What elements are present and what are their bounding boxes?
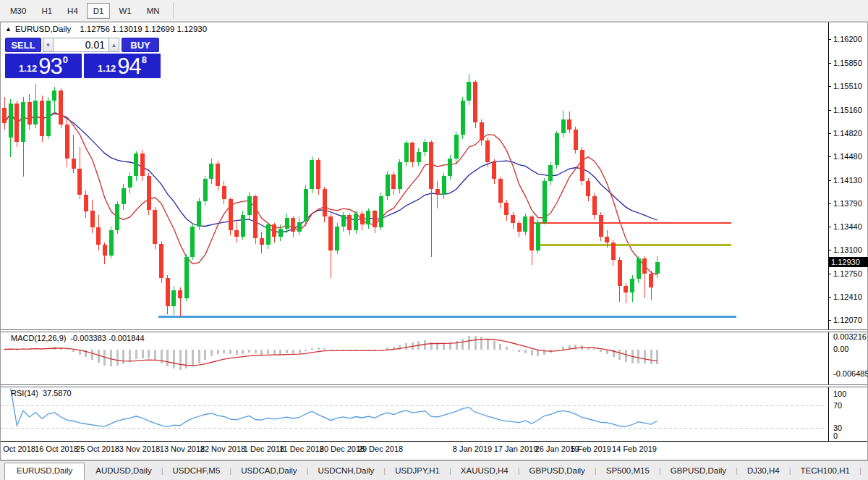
timeframe-button-h1[interactable]: H1 — [35, 3, 59, 19]
buy-price-prefix: 1.12 — [98, 63, 116, 74]
toolbar-separator — [173, 3, 174, 19]
chevron-down-icon: ▼ — [46, 42, 51, 49]
date-axis-label: 14 Feb 2019 — [605, 445, 663, 453]
chart-tab-gbpusd-daily[interactable]: GBPUSD,Daily — [661, 463, 736, 478]
volume-increase-button[interactable]: ▲ — [109, 38, 119, 52]
timeframe-button-mn[interactable]: MN — [140, 3, 166, 19]
rsi-axis-label: 0 — [831, 431, 838, 441]
price-axis-label: 1.13100 — [831, 245, 862, 255]
sell-price-big-digits: 93 — [38, 58, 61, 76]
sell-price-pipette: 0 — [63, 54, 68, 65]
sell-price-box[interactable]: 1.12 93 0 — [5, 54, 82, 78]
macd-axis: 0.0032160.00-0.006485 — [828, 332, 867, 384]
buy-price-pipette: 8 — [142, 54, 147, 65]
chevron-up-icon: ▲ — [111, 42, 117, 49]
price-axis-label: 1.12410 — [831, 292, 862, 302]
chart-tab-u[interactable]: U — [861, 463, 868, 478]
volume-input[interactable] — [54, 38, 109, 52]
price-axis-label: 1.14130 — [831, 176, 862, 185]
price-axis-label: 1.12750 — [831, 269, 862, 279]
price-chart-plot[interactable]: ▲ EURUSD,Daily 1.12756 1.13019 1.12699 1… — [1, 22, 828, 329]
price-axis-label: 1.13790 — [831, 199, 862, 209]
chart-tab-eurusd-daily[interactable]: EURUSD,Daily — [4, 463, 85, 480]
one-click-trading-panel: SELL ▼ ▲ BUY 1.12 93 — [5, 38, 163, 78]
collapse-arrow-icon[interactable]: ▲ — [5, 25, 12, 33]
date-axis[interactable]: 6 Oct 201816 Oct 201825 Oct 20183 Nov 20… — [1, 441, 867, 458]
chart-title: ▲ EURUSD,Daily 1.12756 1.13019 1.12699 1… — [5, 25, 207, 33]
chart-tab-usdjpy-h1[interactable]: USDJPY,H1 — [386, 463, 449, 478]
chart-window: ▲ EURUSD,Daily 1.12756 1.13019 1.12699 1… — [0, 22, 868, 460]
chart-tab-gbpusd-daily[interactable]: GBPUSD,Daily — [520, 463, 595, 478]
buy-price-box[interactable]: 1.12 94 8 — [84, 54, 161, 78]
chart-tab-bar: EURUSD,DailyAUDUSD,Daily|USDCHF,M5|USDCA… — [0, 460, 868, 480]
sell-button[interactable]: SELL — [5, 38, 41, 52]
price-axis-label: 1.14480 — [831, 152, 862, 161]
price-axis-label: 1.15850 — [831, 59, 862, 68]
rsi-canvas[interactable] — [1, 387, 827, 441]
date-axis-label: 29 Dec 2018 — [352, 445, 409, 453]
rsi-axis: 10070300 — [828, 387, 867, 441]
macd-axis-label: 0.00 — [831, 345, 848, 354]
price-axis-label: 1.12070 — [831, 316, 862, 325]
chart-tab-sp500-m15[interactable]: SP500,M15 — [597, 463, 659, 478]
buy-button[interactable]: BUY — [122, 38, 159, 52]
timeframe-button-w1[interactable]: W1 — [112, 3, 137, 19]
chart-tab-xauusd-h4[interactable]: XAUUSD,H4 — [451, 463, 518, 478]
chart-tab-usdcad-daily[interactable]: USDCAD,Daily — [231, 463, 306, 478]
buy-price-big-digits: 94 — [117, 58, 140, 76]
timeframe-button-h4[interactable]: H4 — [61, 3, 85, 19]
price-axis-label: 1.15510 — [831, 82, 862, 91]
rsi-plot[interactable]: RSI(14)37.5870 — [1, 387, 828, 441]
price-axis: 1.162001.158501.155101.151601.148201.144… — [828, 22, 867, 329]
price-axis-label: 1.15160 — [831, 106, 862, 115]
timeframe-toolbar: M30H1H4D1W1MN — [0, 0, 868, 22]
price-axis-label: 1.16200 — [831, 35, 862, 44]
macd-axis-label: 0.003216 — [831, 332, 867, 342]
rsi-axis-label: 100 — [831, 390, 846, 399]
rsi-axis-label: 70 — [831, 401, 842, 410]
price-axis-label: 1.13440 — [831, 222, 862, 232]
chart-tab-dj30-h4[interactable]: DJ30,H4 — [738, 463, 789, 478]
chart-tab-usdcnh-daily[interactable]: USDCNH,Daily — [308, 463, 383, 478]
sell-price-prefix: 1.12 — [19, 63, 37, 74]
chart-ohlc-values: 1.12756 1.13019 1.12699 1.12930 — [80, 25, 207, 33]
current-price-tag: 1.12930 — [829, 257, 868, 267]
macd-label: MACD(12,26,9)-0.003383 -0.001844 — [11, 334, 145, 342]
price-axis-label: 1.14820 — [831, 129, 862, 138]
macd-plot[interactable]: MACD(12,26,9)-0.003383 -0.001844 — [1, 332, 828, 384]
chart-tab-audusd-daily[interactable]: AUDUSD,Daily — [86, 463, 161, 478]
chart-tab-tech100-h1[interactable]: TECH100,H1 — [791, 463, 859, 478]
chart-tab-usdchf-m5[interactable]: USDCHF,M5 — [163, 463, 230, 478]
rsi-label: RSI(14)37.5870 — [11, 389, 72, 397]
macd-axis-label: -0.006485 — [831, 369, 868, 379]
timeframe-button-d1[interactable]: D1 — [87, 3, 111, 19]
chart-symbol-label: EURUSD,Daily — [15, 25, 71, 33]
volume-decrease-button[interactable]: ▼ — [43, 38, 54, 52]
timeframe-button-m30[interactable]: M30 — [4, 3, 33, 19]
mt4-terminal: M30H1H4D1W1MN ▲ EURUSD,Daily 1.12756 1.1… — [0, 0, 868, 480]
